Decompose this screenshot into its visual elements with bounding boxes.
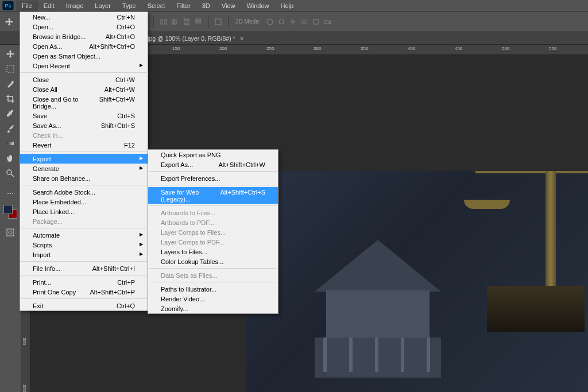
menu-separator xyxy=(149,171,277,172)
menu-item-label: Color Lookup Tables... xyxy=(161,258,223,265)
menu-item-file-info[interactable]: File Info...Alt+Shift+Ctrl+I xyxy=(20,263,148,273)
dist-2-icon[interactable] xyxy=(170,17,180,27)
menu-item-paths-to-illustrator[interactable]: Paths to Illustrator... xyxy=(148,284,278,294)
menu-separator xyxy=(21,228,147,228)
move-tool-icon[interactable] xyxy=(2,47,18,61)
menu-item-layers-to-files[interactable]: Layers to Files... xyxy=(148,247,278,257)
magic-wand-tool-icon[interactable] xyxy=(2,77,18,91)
3d-orbit-icon[interactable] xyxy=(265,17,275,27)
menu-separator xyxy=(21,72,147,73)
menu-item-import[interactable]: Import▶ xyxy=(20,250,148,259)
menu-item-search-adobe-stock[interactable]: Search Adobe Stock... xyxy=(20,187,148,197)
eyedropper-tool-icon[interactable] xyxy=(2,107,18,121)
3d-camera-icon[interactable] xyxy=(322,17,332,27)
quick-mask-icon[interactable] xyxy=(2,226,18,239)
gradient-tool-icon[interactable] xyxy=(2,137,18,150)
menu-type[interactable]: Type xyxy=(117,1,142,11)
hand-tool-icon[interactable] xyxy=(2,152,18,165)
svg-rect-12 xyxy=(196,21,200,23)
menu-item-save[interactable]: SaveCtrl+S xyxy=(20,111,148,121)
menu-item-label: Place Linked... xyxy=(33,208,74,215)
menu-separator xyxy=(21,261,147,262)
menu-item-label: Place Embedded... xyxy=(33,199,86,205)
3d-pan-icon[interactable] xyxy=(288,17,298,27)
menu-item-label: Check In... xyxy=(33,132,63,139)
menu-item-label: Generate xyxy=(33,165,59,172)
menu-filter[interactable]: Filter xyxy=(171,1,196,11)
close-icon[interactable]: × xyxy=(240,35,243,42)
menu-item-browse-in-bridge[interactable]: Browse in Bridge...Alt+Ctrl+O xyxy=(20,32,148,41)
menu-separator xyxy=(149,268,277,269)
menu-item-close-all[interactable]: Close AllAlt+Ctrl+W xyxy=(20,84,148,94)
svg-rect-7 xyxy=(172,20,174,24)
extra-opt-icon[interactable] xyxy=(213,17,223,27)
menu-item-print[interactable]: Print...Ctrl+P xyxy=(20,277,148,287)
move-tool-icon[interactable] xyxy=(3,16,15,28)
edit-toolbar-icon[interactable] xyxy=(2,187,18,200)
document-canvas[interactable] xyxy=(246,171,588,392)
menu-item-color-lookup-tables[interactable]: Color Lookup Tables... xyxy=(148,257,278,266)
menu-item-print-one-copy[interactable]: Print One CopyAlt+Shift+Ctrl+P xyxy=(20,287,148,297)
menu-item-zoomify[interactable]: Zoomify... xyxy=(148,304,278,313)
menu-item-scripts[interactable]: Scripts▶ xyxy=(20,240,148,250)
foreground-color-swatch[interactable] xyxy=(3,205,13,214)
3d-slide-icon[interactable] xyxy=(299,17,310,27)
menu-item-shortcut: Ctrl+P xyxy=(117,279,135,286)
tools-panel xyxy=(0,45,21,392)
menu-item-shortcut: Alt+Ctrl+W xyxy=(105,86,135,93)
menu-item-revert[interactable]: RevertF12 xyxy=(20,140,148,150)
menu-item-close-and-go-to-bridge[interactable]: Close and Go to Bridge...Shift+Ctrl+W xyxy=(20,94,148,111)
menu-item-automate[interactable]: Automate▶ xyxy=(20,230,148,240)
menu-item-save-for-web-legacy[interactable]: Save for Web (Legacy)...Alt+Shift+Ctrl+S xyxy=(148,187,278,204)
menu-item-shortcut: Ctrl+S xyxy=(117,112,135,119)
menu-image[interactable]: Image xyxy=(60,1,90,11)
menu-item-shortcut: Shift+Ctrl+S xyxy=(101,122,135,129)
menu-item-export-preferences[interactable]: Export Preferences... xyxy=(148,173,278,183)
menu-help[interactable]: Help xyxy=(275,1,300,11)
3d-scale-icon[interactable] xyxy=(311,17,321,27)
menu-item-layer-comps-to-pdf: Layer Comps to PDF... xyxy=(148,237,278,247)
crop-tool-icon[interactable] xyxy=(2,92,18,106)
menu-item-label: Automate xyxy=(33,232,60,239)
menu-layer[interactable]: Layer xyxy=(89,1,117,11)
color-swatches[interactable] xyxy=(2,205,18,222)
brush-tool-icon[interactable] xyxy=(2,122,18,135)
dist-3-icon[interactable] xyxy=(181,17,192,27)
menu-item-open-as[interactable]: Open As...Alt+Shift+Ctrl+O xyxy=(20,41,148,51)
menu-select[interactable]: Select xyxy=(142,1,171,11)
menu-item-export[interactable]: Export▶ xyxy=(20,154,148,164)
menu-item-export-as[interactable]: Export As...Alt+Shift+Ctrl+W xyxy=(148,160,278,169)
menu-item-open-as-smart-object[interactable]: Open as Smart Object... xyxy=(20,51,148,61)
menu-item-shortcut: Alt+Shift+Ctrl+I xyxy=(92,265,135,272)
svg-rect-13 xyxy=(215,19,221,25)
menu-item-open-recent[interactable]: Open Recent▶ xyxy=(20,61,148,71)
menu-item-shortcut: Ctrl+Q xyxy=(117,302,135,309)
zoom-tool-icon[interactable] xyxy=(2,166,18,180)
menu-item-shortcut: Ctrl+W xyxy=(115,76,135,83)
menu-window[interactable]: Window xyxy=(241,1,274,11)
marquee-tool-icon[interactable] xyxy=(2,62,18,76)
menu-item-generate[interactable]: Generate▶ xyxy=(20,164,148,173)
canvas-content-scales xyxy=(441,171,588,343)
menu-edit[interactable]: Edit xyxy=(38,1,60,11)
menu-item-exit[interactable]: ExitCtrl+Q xyxy=(20,301,148,311)
menu-view[interactable]: View xyxy=(216,1,241,11)
menu-item-label: Artboards to PDF... xyxy=(161,219,214,226)
menu-item-place-linked[interactable]: Place Linked... xyxy=(20,207,148,216)
menu-item-new[interactable]: New...Ctrl+N xyxy=(20,12,148,22)
menu-item-close[interactable]: CloseCtrl+W xyxy=(20,75,148,84)
menu-item-share-on-behance[interactable]: Share on Behance... xyxy=(20,173,148,183)
menu-item-save-as[interactable]: Save As...Shift+Ctrl+S xyxy=(20,121,148,130)
menu-item-open[interactable]: Open...Ctrl+O xyxy=(20,22,148,32)
menu-file[interactable]: File xyxy=(16,1,38,11)
dist-4-icon[interactable] xyxy=(193,17,203,27)
menu-item-place-embedded[interactable]: Place Embedded... xyxy=(20,197,148,207)
menu-3d[interactable]: 3D xyxy=(196,1,216,11)
menu-item-label: Close All xyxy=(33,86,57,93)
menu-item-quick-export-as-png[interactable]: Quick Export as PNG xyxy=(148,150,278,160)
menu-item-render-video[interactable]: Render Video... xyxy=(148,294,278,304)
menu-separator xyxy=(21,275,147,275)
dist-1-icon[interactable] xyxy=(158,17,169,27)
3d-rotate-icon[interactable] xyxy=(276,17,287,27)
menu-item-label: Data Sets as Files... xyxy=(161,272,217,279)
